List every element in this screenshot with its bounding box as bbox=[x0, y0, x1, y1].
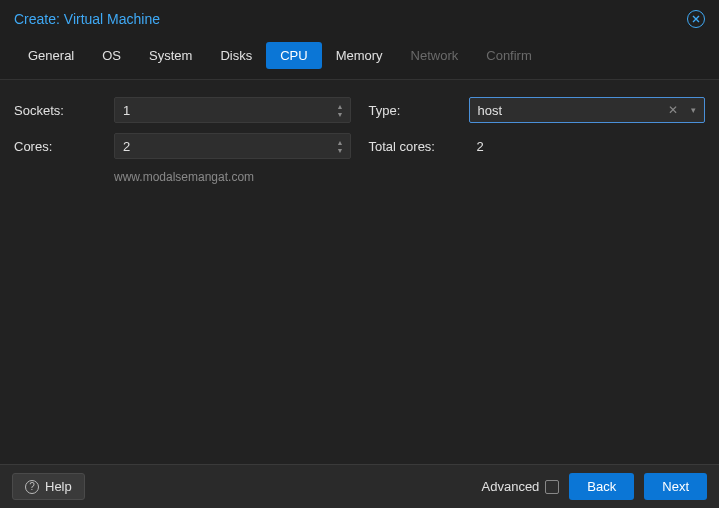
right-column: Type: host ✕ ▾ Total cores: 2 bbox=[369, 96, 706, 464]
tab-cpu[interactable]: CPU bbox=[266, 42, 321, 69]
spinner-arrows-icon[interactable]: ▲▼ bbox=[337, 139, 344, 154]
help-label: Help bbox=[45, 479, 72, 494]
sockets-value: 1 bbox=[123, 103, 130, 118]
tab-general[interactable]: General bbox=[14, 42, 88, 69]
clear-icon[interactable]: ✕ bbox=[668, 103, 678, 117]
close-icon[interactable] bbox=[687, 10, 705, 28]
next-button[interactable]: Next bbox=[644, 473, 707, 500]
tab-os[interactable]: OS bbox=[88, 42, 135, 69]
tab-memory[interactable]: Memory bbox=[322, 42, 397, 69]
help-icon: ? bbox=[25, 480, 39, 494]
cores-value: 2 bbox=[123, 139, 130, 154]
tab-system[interactable]: System bbox=[135, 42, 206, 69]
totalcores-label: Total cores: bbox=[369, 139, 469, 154]
cores-label: Cores: bbox=[14, 139, 114, 154]
watermark-text: www.modalsemangat.com bbox=[14, 170, 351, 184]
back-button[interactable]: Back bbox=[569, 473, 634, 500]
tab-network: Network bbox=[397, 42, 473, 69]
cores-input[interactable]: 2 ▲▼ bbox=[114, 133, 351, 159]
wizard-tabs: General OS System Disks CPU Memory Netwo… bbox=[0, 36, 719, 80]
chevron-down-icon[interactable]: ▾ bbox=[691, 105, 696, 115]
left-column: Sockets: 1 ▲▼ Cores: 2 ▲▼ www.modalseman… bbox=[14, 96, 351, 464]
advanced-checkbox[interactable] bbox=[545, 480, 559, 494]
totalcores-value: 2 bbox=[469, 139, 706, 154]
sockets-row: Sockets: 1 ▲▼ bbox=[14, 96, 351, 124]
cores-row: Cores: 2 ▲▼ bbox=[14, 132, 351, 160]
advanced-label: Advanced bbox=[482, 479, 540, 494]
type-combo[interactable]: host ✕ ▾ bbox=[469, 97, 706, 123]
spinner-arrows-icon[interactable]: ▲▼ bbox=[337, 103, 344, 118]
sockets-input[interactable]: 1 ▲▼ bbox=[114, 97, 351, 123]
type-label: Type: bbox=[369, 103, 469, 118]
help-button[interactable]: ? Help bbox=[12, 473, 85, 500]
totalcores-row: Total cores: 2 bbox=[369, 132, 706, 160]
window-title: Create: Virtual Machine bbox=[14, 11, 160, 27]
type-row: Type: host ✕ ▾ bbox=[369, 96, 706, 124]
footer: ? Help Advanced Back Next bbox=[0, 464, 719, 508]
tab-confirm: Confirm bbox=[472, 42, 546, 69]
sockets-label: Sockets: bbox=[14, 103, 114, 118]
advanced-toggle: Advanced bbox=[482, 479, 560, 494]
form-body: Sockets: 1 ▲▼ Cores: 2 ▲▼ www.modalseman… bbox=[0, 80, 719, 464]
titlebar: Create: Virtual Machine bbox=[0, 0, 719, 36]
tab-disks[interactable]: Disks bbox=[206, 42, 266, 69]
type-value: host bbox=[478, 103, 503, 118]
